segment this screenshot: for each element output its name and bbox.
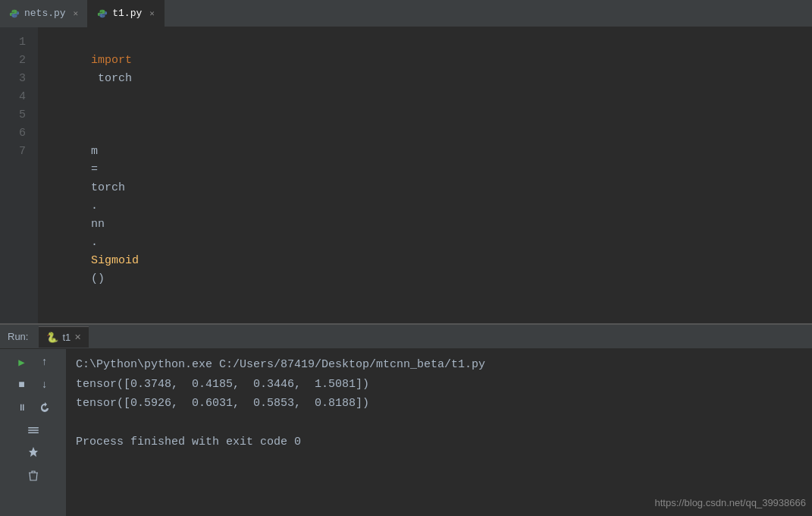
line-num-6: 6 <box>0 124 32 143</box>
editor-area: 1 2 3 4 5 6 7 import torch m = torch . n… <box>0 27 812 323</box>
toolbar-row-1: ▶ ↑ <box>12 352 55 372</box>
output-line-2: tensor([0.3748, 0.4185, 0.3446, 1.5081]) <box>76 375 803 395</box>
svg-rect-0 <box>28 427 39 429</box>
line-num-1: 1 <box>0 33 32 52</box>
dot-2: . <box>91 236 98 249</box>
toolbar-row-5 <box>24 443 43 463</box>
tab-t1-label: t1.py <box>112 8 142 19</box>
nn-ref: nn <box>91 218 105 231</box>
rerun-button[interactable] <box>35 398 55 417</box>
up-icon: ↑ <box>41 356 47 368</box>
sigmoid-fn: Sigmoid <box>91 254 139 267</box>
pin-icon <box>28 447 39 459</box>
tab-nets-label: nets.py <box>24 8 66 19</box>
code-content[interactable]: import torch m = torch . nn . Sigmoid ()… <box>38 27 812 323</box>
run-panel: Run: 🐍 t1 ✕ ▶ ↑ ■ ↓ <box>0 323 812 516</box>
tab-t1-py[interactable]: t1.py ✕ <box>88 0 165 27</box>
code-line-4: a = torch . Tensor ([ 0.3748 , 0.4185 , … <box>50 307 812 323</box>
eq-1: = <box>91 163 105 176</box>
code-line-2 <box>50 106 812 124</box>
rerun-icon <box>39 401 51 414</box>
run-tab-close[interactable]: ✕ <box>74 332 81 342</box>
stop-icon: ■ <box>18 379 24 391</box>
tab-bar: nets.py ✕ t1.py ✕ <box>0 0 812 27</box>
toolbar-row-3: ⏸ <box>12 398 55 417</box>
trash-icon <box>28 470 39 482</box>
var-m: m <box>91 145 105 158</box>
module-torch: torch <box>91 72 132 85</box>
line-numbers: 1 2 3 4 5 6 7 <box>0 27 38 323</box>
toolbar-row-4 <box>24 420 43 440</box>
settings-icon <box>27 424 39 436</box>
pin-button[interactable] <box>24 443 43 463</box>
settings-button[interactable] <box>24 420 43 440</box>
line-num-4: 4 <box>0 88 32 106</box>
up-button[interactable]: ↑ <box>35 352 55 372</box>
stop-button[interactable]: ■ <box>12 375 32 395</box>
output-line-5: Process finished with exit code 0 <box>76 433 803 452</box>
dot-1: . <box>91 200 98 212</box>
toolbar-row-6 <box>24 466 43 486</box>
output-line-4 <box>76 414 803 433</box>
play-button[interactable]: ▶ <box>12 352 32 372</box>
svg-rect-2 <box>28 433 39 434</box>
code-line-1: import torch <box>50 33 812 106</box>
play-icon: ▶ <box>18 356 24 369</box>
run-python-icon: 🐍 <box>46 332 58 343</box>
output-line-1: C:\Python\python.exe C:/Users/87419/Desk… <box>76 355 803 375</box>
run-body: ▶ ↑ ■ ↓ ⏸ <box>0 349 812 516</box>
run-toolbar: ▶ ↑ ■ ↓ ⏸ <box>0 349 67 516</box>
svg-rect-1 <box>28 429 39 431</box>
output-line-3: tensor([0.5926, 0.6031, 0.5853, 0.8188]) <box>76 394 803 414</box>
python-icon <box>9 8 20 19</box>
line-num-7: 7 <box>0 143 32 161</box>
keyword-import: import <box>91 54 132 67</box>
pause-icon: ⏸ <box>17 402 27 414</box>
down-button[interactable]: ↓ <box>35 375 55 395</box>
run-output: C:\Python\python.exe C:/Users/87419/Desk… <box>67 349 812 516</box>
code-line-3: m = torch . nn . Sigmoid () <box>50 124 812 307</box>
line-num-2: 2 <box>0 52 32 70</box>
run-tab-t1[interactable]: 🐍 t1 ✕ <box>39 326 89 348</box>
tab-nets-py[interactable]: nets.py ✕ <box>0 0 88 27</box>
torch-ref-1: torch <box>91 181 125 194</box>
run-label: Run: <box>3 331 33 342</box>
pause-button[interactable]: ⏸ <box>12 398 32 417</box>
tab-nets-close[interactable]: ✕ <box>74 8 79 18</box>
down-icon: ↓ <box>41 379 47 391</box>
trash-button[interactable] <box>24 466 43 486</box>
run-tab-name: t1 <box>62 332 71 343</box>
tab-t1-close[interactable]: ✕ <box>149 8 155 18</box>
line-num-3: 3 <box>0 70 32 88</box>
parens-1: () <box>91 272 105 285</box>
line-num-5: 5 <box>0 106 32 124</box>
python-icon-2 <box>97 8 108 19</box>
run-tab-bar: Run: 🐍 t1 ✕ <box>0 325 812 349</box>
watermark: https://blog.csdn.net/qq_39938666 <box>655 495 807 511</box>
toolbar-row-2: ■ ↓ <box>12 375 55 395</box>
